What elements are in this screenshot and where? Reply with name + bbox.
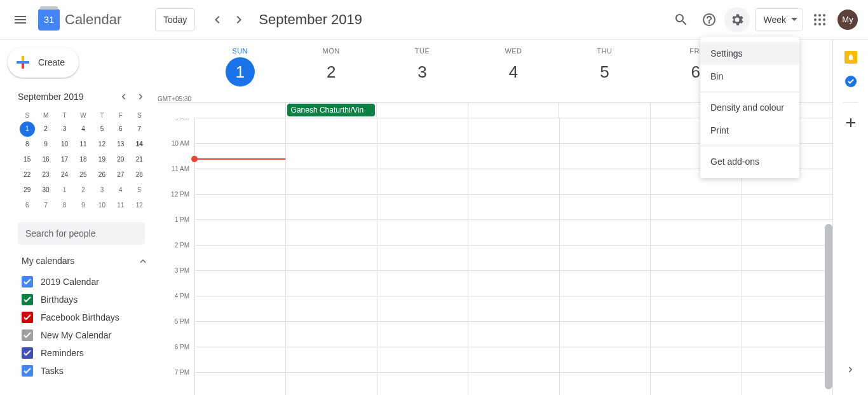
scrollbar[interactable] xyxy=(825,224,832,389)
support-button[interactable] xyxy=(696,7,722,32)
prev-period-button[interactable] xyxy=(207,10,227,30)
hour-cell[interactable] xyxy=(560,220,650,246)
today-button[interactable]: Today xyxy=(155,8,195,31)
mini-day[interactable]: 9 xyxy=(38,137,53,152)
mini-day[interactable]: 8 xyxy=(20,137,35,152)
menu-item-addons[interactable]: Get add-ons xyxy=(700,150,799,173)
hour-cell[interactable] xyxy=(742,246,832,271)
mini-prev-button[interactable] xyxy=(116,89,131,104)
hour-cell[interactable] xyxy=(286,169,376,195)
hour-cell[interactable] xyxy=(286,220,376,246)
hour-cell[interactable] xyxy=(651,373,741,395)
calendar-checkbox[interactable] xyxy=(22,365,33,377)
keep-addon-icon[interactable] xyxy=(844,51,857,64)
day-number[interactable]: 4 xyxy=(499,57,528,87)
mini-day[interactable]: 3 xyxy=(57,121,72,137)
mini-day[interactable]: 11 xyxy=(76,137,91,152)
view-selector[interactable]: Week xyxy=(755,8,803,31)
hour-cell[interactable] xyxy=(377,246,468,271)
hour-cell[interactable] xyxy=(742,347,832,373)
hour-cell[interactable] xyxy=(195,246,285,271)
mini-day[interactable]: 10 xyxy=(94,198,109,213)
hour-cell[interactable] xyxy=(742,220,832,246)
hour-cell[interactable] xyxy=(468,220,559,246)
hour-cell[interactable] xyxy=(468,347,559,373)
mini-day[interactable]: 2 xyxy=(76,183,91,198)
day-column[interactable] xyxy=(377,118,468,395)
hour-cell[interactable] xyxy=(195,220,285,246)
search-people-input[interactable]: Search for people xyxy=(18,222,145,245)
mini-day[interactable]: 12 xyxy=(132,198,147,213)
hour-cell[interactable] xyxy=(468,296,559,322)
hide-panel-button[interactable] xyxy=(838,357,864,382)
mini-day[interactable]: 5 xyxy=(132,183,147,198)
hour-cell[interactable] xyxy=(651,246,741,271)
hour-cell[interactable] xyxy=(195,322,285,347)
mini-day[interactable]: 6 xyxy=(113,121,128,137)
hour-cell[interactable] xyxy=(468,118,559,144)
mini-day[interactable]: 20 xyxy=(113,152,128,167)
day-column[interactable] xyxy=(285,118,376,395)
hour-cell[interactable] xyxy=(286,322,376,347)
mini-day[interactable]: 4 xyxy=(76,121,91,137)
main-menu-button[interactable] xyxy=(5,4,36,35)
allday-cell[interactable] xyxy=(194,103,285,118)
mini-day[interactable]: 23 xyxy=(38,167,53,183)
hour-cell[interactable] xyxy=(468,271,559,296)
mini-day[interactable]: 14 xyxy=(132,137,147,152)
hour-cell[interactable] xyxy=(651,347,741,373)
allday-event[interactable]: Ganesh Chaturthi/Vin xyxy=(287,104,376,116)
hour-cell[interactable] xyxy=(286,195,376,220)
mini-day[interactable]: 5 xyxy=(94,121,109,137)
menu-item-settings[interactable]: Settings xyxy=(700,42,799,65)
mini-day[interactable]: 25 xyxy=(76,167,91,183)
hour-cell[interactable] xyxy=(560,169,650,195)
hour-cell[interactable] xyxy=(195,195,285,220)
mini-day[interactable]: 6 xyxy=(20,198,35,213)
menu-item-print[interactable]: Print xyxy=(700,119,799,142)
hour-cell[interactable] xyxy=(468,169,559,195)
hour-cell[interactable] xyxy=(286,246,376,271)
mini-day[interactable]: 11 xyxy=(113,198,128,213)
hour-cell[interactable] xyxy=(377,373,468,395)
hour-cell[interactable] xyxy=(377,220,468,246)
hour-cell[interactable] xyxy=(286,118,376,144)
mini-day[interactable]: 3 xyxy=(94,183,109,198)
hour-cell[interactable] xyxy=(742,195,832,220)
hour-cell[interactable] xyxy=(560,271,650,296)
hour-cell[interactable] xyxy=(195,271,285,296)
mini-day[interactable]: 26 xyxy=(94,167,109,183)
hour-cell[interactable] xyxy=(468,246,559,271)
hour-cell[interactable] xyxy=(377,144,468,169)
create-button[interactable]: Create xyxy=(8,47,79,78)
mini-day[interactable]: 7 xyxy=(132,121,147,137)
hour-cell[interactable] xyxy=(377,271,468,296)
mini-day[interactable]: 16 xyxy=(38,152,53,167)
mini-day[interactable]: 22 xyxy=(20,167,35,183)
hour-cell[interactable] xyxy=(651,271,741,296)
day-column[interactable] xyxy=(194,118,285,395)
mini-day[interactable]: 30 xyxy=(38,183,53,198)
day-number[interactable]: 2 xyxy=(316,57,346,87)
hour-cell[interactable] xyxy=(286,271,376,296)
get-addons-button[interactable] xyxy=(844,116,857,129)
hour-cell[interactable] xyxy=(195,373,285,395)
hour-cell[interactable] xyxy=(286,347,376,373)
search-button[interactable] xyxy=(668,7,694,32)
menu-item-density[interactable]: Density and colour xyxy=(700,96,799,119)
mini-day[interactable]: 10 xyxy=(57,137,72,152)
hour-cell[interactable] xyxy=(742,322,832,347)
mini-day[interactable]: 1 xyxy=(20,121,35,137)
day-column[interactable] xyxy=(468,118,559,395)
hour-cell[interactable] xyxy=(377,169,468,195)
allday-cell[interactable] xyxy=(559,103,650,118)
allday-cell[interactable] xyxy=(376,103,468,118)
hour-cell[interactable] xyxy=(195,296,285,322)
hour-cell[interactable] xyxy=(742,271,832,296)
hour-cell[interactable] xyxy=(468,373,559,395)
hour-cell[interactable] xyxy=(195,118,285,144)
mini-day[interactable]: 1 xyxy=(57,183,72,198)
menu-item-bin[interactable]: Bin xyxy=(700,65,799,88)
allday-cell[interactable]: Ganesh Chaturthi/Vin xyxy=(285,103,377,118)
next-period-button[interactable] xyxy=(229,10,250,30)
